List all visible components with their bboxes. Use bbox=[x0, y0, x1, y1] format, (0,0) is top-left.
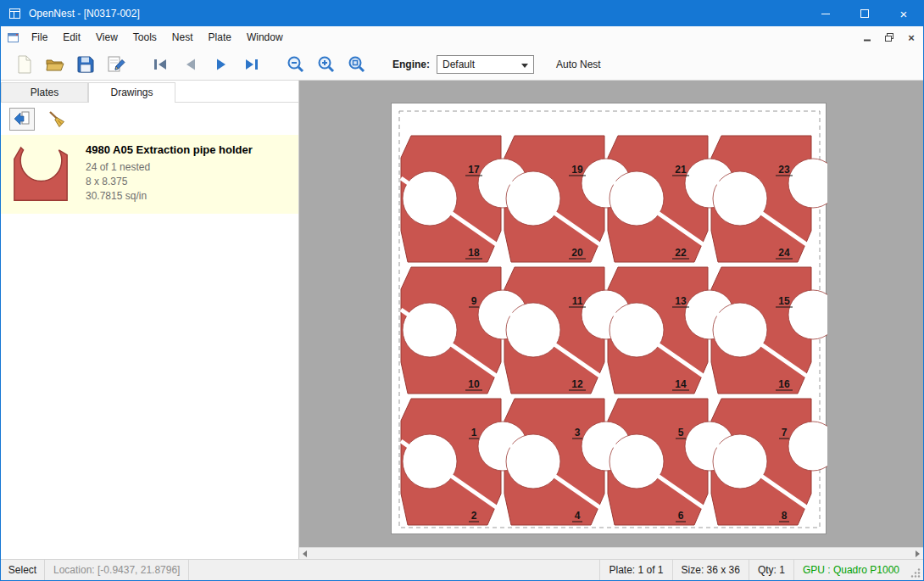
window-title: OpenNest - [N0317-002] bbox=[29, 8, 140, 20]
part-number-label: 13 bbox=[675, 295, 687, 307]
mdi-close-button[interactable]: × bbox=[901, 30, 921, 45]
go-previous-icon bbox=[181, 54, 201, 75]
last-plate-button[interactable] bbox=[237, 51, 267, 78]
status-qty: Qty: 1 bbox=[749, 560, 793, 580]
part-number-label: 10 bbox=[468, 378, 480, 390]
part-number-label: 16 bbox=[778, 378, 790, 390]
drawing-info: 4980 A05 Extraction pipe holder 24 of 1 … bbox=[86, 141, 253, 204]
clear-drawings-button[interactable] bbox=[43, 108, 69, 131]
go-first-icon bbox=[150, 54, 170, 75]
part-thumbnail bbox=[9, 142, 72, 208]
drawing-dimensions: 8 x 8.375 bbox=[86, 175, 253, 189]
menu-tools[interactable]: Tools bbox=[125, 28, 164, 47]
part-number-label: 8 bbox=[782, 510, 788, 522]
engine-value: Default bbox=[443, 59, 475, 70]
drawing-list-item[interactable]: 4980 A05 Extraction pipe holder 24 of 1 … bbox=[1, 135, 298, 214]
main-toolbar: Engine: Default Auto Nest bbox=[1, 48, 923, 81]
mdi-restore-button[interactable] bbox=[879, 30, 899, 45]
horizontal-scrollbar[interactable] bbox=[299, 547, 923, 559]
part-number-label: 9 bbox=[471, 295, 477, 307]
zoom-in-icon bbox=[316, 54, 337, 75]
open-button[interactable] bbox=[40, 51, 70, 78]
scroll-right-icon[interactable] bbox=[916, 550, 920, 557]
drawings-toolbar bbox=[1, 103, 298, 135]
document-icon[interactable] bbox=[7, 31, 20, 44]
save-button[interactable] bbox=[70, 51, 101, 78]
zoom-out-button[interactable] bbox=[281, 51, 311, 78]
zoom-out-icon bbox=[286, 54, 306, 75]
status-gpu: GPU : Quadro P1000 bbox=[793, 560, 908, 580]
sidebar: Plates Drawings bbox=[1, 81, 299, 559]
plate[interactable]: 171819202122232491011121314151612345678 bbox=[391, 103, 827, 534]
menu-window[interactable]: Window bbox=[239, 28, 291, 47]
part-number-label: 24 bbox=[778, 247, 790, 259]
menu-plate[interactable]: Plate bbox=[201, 28, 239, 47]
save-icon bbox=[75, 54, 96, 75]
resize-grip[interactable] bbox=[908, 560, 923, 580]
part-number-label: 3 bbox=[575, 427, 581, 439]
status-mode: Select bbox=[1, 560, 45, 580]
part-number-label: 12 bbox=[571, 378, 583, 390]
part-number-label: 5 bbox=[678, 427, 684, 439]
menu-view[interactable]: View bbox=[88, 28, 125, 47]
part-number-label: 7 bbox=[782, 427, 788, 439]
part-number-label: 23 bbox=[778, 164, 790, 176]
tab-plates[interactable]: Plates bbox=[1, 82, 88, 102]
first-plate-button[interactable] bbox=[145, 51, 175, 78]
close-button[interactable]: × bbox=[884, 1, 923, 26]
part-number-label: 4 bbox=[575, 510, 581, 522]
part-number-label: 2 bbox=[471, 510, 477, 522]
zoom-fit-icon bbox=[347, 54, 367, 75]
new-file-icon bbox=[14, 54, 35, 75]
open-folder-icon bbox=[45, 54, 65, 75]
import-drawing-button[interactable] bbox=[9, 108, 35, 131]
part-number-label: 6 bbox=[678, 510, 684, 522]
drawing-area: 30.7815 sq/in bbox=[86, 189, 253, 204]
zoom-in-button[interactable] bbox=[311, 51, 342, 78]
zoom-fit-button[interactable] bbox=[342, 51, 372, 78]
save-as-button[interactable] bbox=[101, 51, 131, 78]
part-number-label: 17 bbox=[468, 164, 480, 176]
go-next-icon bbox=[211, 54, 231, 75]
drawing-nested-count: 24 of 1 nested bbox=[86, 160, 253, 175]
next-plate-button[interactable] bbox=[206, 51, 237, 78]
app-window: OpenNest - [N0317-002] × File Edit View … bbox=[0, 0, 924, 581]
part-number-label: 18 bbox=[468, 247, 480, 259]
nest-drawing: 171819202122232491011121314151612345678 bbox=[392, 103, 827, 535]
part-number-label: 21 bbox=[675, 164, 687, 176]
previous-plate-button[interactable] bbox=[175, 51, 206, 78]
drawing-title: 4980 A05 Extraction pipe holder bbox=[86, 143, 253, 156]
part-number-label: 15 bbox=[778, 295, 790, 307]
part-number-label: 22 bbox=[675, 247, 687, 259]
status-location: Location: [-0.9437, 21.8796] bbox=[45, 560, 189, 580]
status-size: Size: 36 x 36 bbox=[672, 560, 749, 580]
part-number-label: 1 bbox=[471, 427, 477, 439]
status-bar: Select Location: [-0.9437, 21.8796] Plat… bbox=[1, 559, 923, 580]
status-plate: Plate: 1 of 1 bbox=[599, 560, 671, 580]
auto-nest-button[interactable]: Auto Nest bbox=[549, 55, 608, 74]
broom-icon bbox=[47, 109, 65, 128]
chevron-down-icon[interactable] bbox=[521, 64, 528, 68]
scroll-left-icon[interactable] bbox=[303, 550, 307, 557]
part-number-label: 11 bbox=[572, 295, 583, 307]
tab-drawings[interactable]: Drawings bbox=[88, 82, 175, 103]
menu-file[interactable]: File bbox=[24, 28, 55, 47]
app-icon bbox=[8, 7, 22, 20]
menu-edit[interactable]: Edit bbox=[55, 28, 88, 47]
sidebar-tabs: Plates Drawings bbox=[1, 81, 298, 103]
menu-bar: File Edit View Tools Nest Plate Window × bbox=[1, 26, 923, 48]
maximize-button[interactable] bbox=[845, 1, 884, 26]
save-edit-icon bbox=[106, 54, 126, 75]
engine-label: Engine: bbox=[392, 59, 430, 70]
import-arrow-icon bbox=[13, 109, 31, 128]
menu-nest[interactable]: Nest bbox=[164, 28, 201, 47]
minimize-button[interactable] bbox=[806, 1, 845, 26]
nest-canvas[interactable]: 171819202122232491011121314151612345678 bbox=[299, 81, 923, 559]
part-number-label: 20 bbox=[571, 247, 583, 259]
go-last-icon bbox=[242, 54, 262, 75]
mdi-minimize-button[interactable] bbox=[857, 30, 877, 45]
engine-select[interactable]: Default bbox=[437, 55, 534, 74]
new-button[interactable] bbox=[9, 51, 40, 78]
part-number-label: 19 bbox=[571, 164, 583, 176]
title-bar: OpenNest - [N0317-002] × bbox=[1, 1, 923, 26]
